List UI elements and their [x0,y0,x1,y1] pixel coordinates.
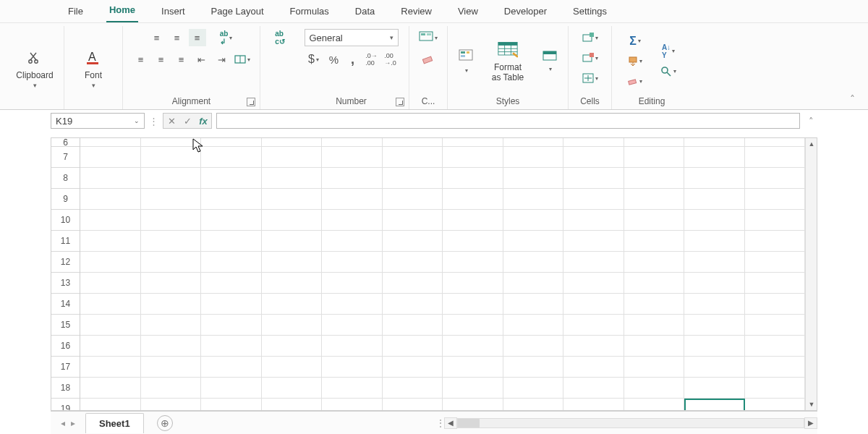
splitter-grip[interactable]: ⋮ [435,417,440,429]
cell[interactable] [624,399,685,411]
row-header[interactable]: 6 [51,138,80,147]
delete-cells-button[interactable]: ▾ [578,49,603,67]
cell[interactable] [503,168,564,189]
tab-view[interactable]: View [455,1,481,22]
cell[interactable] [262,147,323,168]
table-style-button[interactable]: ▾ [539,43,561,80]
cell[interactable] [383,231,443,252]
cell[interactable] [745,336,806,357]
cell[interactable] [201,294,262,315]
cell[interactable] [563,189,624,210]
cell[interactable] [322,399,383,411]
cell[interactable] [141,231,202,252]
cell[interactable] [503,189,564,210]
cell[interactable] [503,210,564,231]
cell[interactable] [563,168,624,189]
cell[interactable] [322,252,383,273]
cell[interactable] [684,315,745,336]
cell[interactable] [262,315,323,336]
cell[interactable] [443,147,503,168]
row-header[interactable]: 8 [51,168,80,189]
cell[interactable] [745,147,806,168]
cell[interactable] [262,294,323,315]
cell[interactable] [141,273,202,294]
cell[interactable] [141,252,202,273]
cell[interactable] [201,399,262,411]
cell[interactable] [141,378,202,399]
align-center-button[interactable]: ≡ [153,51,170,68]
horizontal-scrollbar[interactable]: ⋮ ◀ ▶ [431,412,817,434]
expand-formula-bar-button[interactable]: ˄ [804,116,817,127]
row-header[interactable]: 15 [51,315,80,336]
cell[interactable] [684,378,745,399]
cell[interactable] [141,147,202,168]
cell[interactable] [80,294,141,315]
collapse-ribbon-button[interactable]: ˄ [850,93,855,105]
cell[interactable] [383,336,443,357]
cell[interactable] [563,336,624,357]
cell[interactable] [624,147,685,168]
cell[interactable] [443,294,503,315]
tab-review[interactable]: Review [398,1,435,22]
align-left-button[interactable]: ≡ [132,51,150,68]
cell[interactable] [383,210,443,231]
cell[interactable] [262,189,323,210]
cell[interactable] [201,210,262,231]
cell[interactable] [201,336,262,357]
cell[interactable] [563,399,624,411]
cell[interactable] [262,252,323,273]
cell[interactable] [322,189,383,210]
cell[interactable] [80,147,141,168]
cell[interactable] [141,168,202,189]
format-as-table-button[interactable]: Format as Table [481,35,535,88]
cell[interactable] [201,168,262,189]
clear-button[interactable]: ▾ [623,73,647,90]
sheet-tab[interactable]: Sheet1 [85,413,144,433]
cell[interactable] [201,378,262,399]
decrease-indent-button[interactable]: ⇤ [193,51,210,68]
align-right-button[interactable]: ≡ [173,51,190,68]
cell[interactable] [141,210,202,231]
cell[interactable] [624,189,685,210]
cell[interactable] [322,273,383,294]
cancel-formula-button[interactable]: ✕ [163,114,179,128]
cell[interactable] [322,315,383,336]
enter-formula-button[interactable]: ✓ [179,114,195,128]
cell-styles-button[interactable]: ▾ [455,43,477,80]
cell[interactable] [563,231,624,252]
cell[interactable] [745,357,806,378]
cell[interactable] [745,168,806,189]
cell[interactable] [563,147,624,168]
cell[interactable] [383,189,443,210]
cell[interactable] [684,399,745,411]
accounting-button[interactable]: $▾ [304,51,324,68]
row-header[interactable]: 17 [51,357,80,378]
sheet-first-button[interactable]: ◂ [61,418,65,428]
wrap-text-button[interactable]: ab↲ ▾ [218,29,235,46]
cell[interactable] [141,357,202,378]
cell[interactable] [262,378,323,399]
cell[interactable] [262,357,323,378]
row-header[interactable]: 10 [51,210,80,231]
tab-page-layout[interactable]: Page Layout [208,1,267,22]
cell[interactable] [141,294,202,315]
cell[interactable] [201,147,262,168]
cell[interactable] [80,231,141,252]
cell[interactable] [563,294,624,315]
cell[interactable] [262,273,323,294]
insert-cells-button[interactable]: ▾ [578,29,603,46]
cell[interactable] [503,399,564,411]
cell[interactable] [624,231,685,252]
cell[interactable] [624,315,685,336]
insert-function-button[interactable]: fx [195,114,211,128]
cell[interactable] [201,315,262,336]
scroll-down-button[interactable]: ▼ [806,399,817,410]
cell[interactable] [201,231,262,252]
cell[interactable] [383,168,443,189]
cell[interactable] [745,210,806,231]
cell[interactable] [383,315,443,336]
hscroll-thumb[interactable] [458,419,480,427]
cell[interactable] [684,294,745,315]
cell[interactable] [262,210,323,231]
cell[interactable] [443,252,503,273]
